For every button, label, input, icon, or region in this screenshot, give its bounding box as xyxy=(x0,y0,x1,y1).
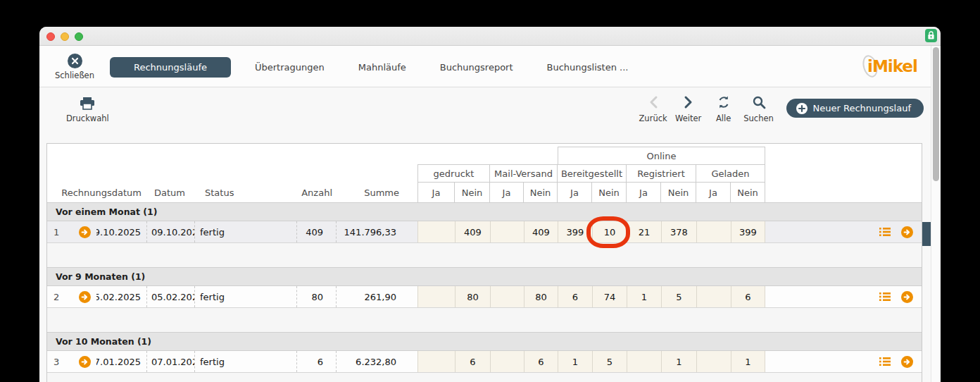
table-filler xyxy=(47,373,922,382)
cell-gedruckt-ja xyxy=(417,286,455,307)
cell-status: fertig xyxy=(195,351,297,372)
zurueck-label: Zurück xyxy=(636,113,671,123)
col-datum[interactable]: Datum xyxy=(147,183,195,202)
col-registriert-nein[interactable]: Nein xyxy=(661,183,696,202)
tab-buchungslisten[interactable]: Buchungslisten ... xyxy=(530,62,646,73)
go-icon[interactable] xyxy=(901,291,913,303)
col-mail-nein[interactable]: Nein xyxy=(524,183,558,202)
cell-gedruckt-nein: 80 xyxy=(455,286,490,307)
col-bereitgestellt-nein[interactable]: Nein xyxy=(592,183,627,202)
lock-icon xyxy=(925,29,937,42)
cell-anzahl: 80 xyxy=(297,286,337,307)
cell-rechnungsdatum: 09.10.2025 xyxy=(96,221,147,242)
cell-mail-nein: 6 xyxy=(524,351,558,372)
cell-summe: 141.796,33 xyxy=(337,221,417,242)
zoom-window-button[interactable] xyxy=(75,32,83,41)
table-row[interactable]: 3 07.01.2025 07.01.2025 fertig 6 6.232,8… xyxy=(47,351,922,373)
weiter-button[interactable]: Weiter xyxy=(671,94,706,123)
open-row-icon[interactable] xyxy=(73,221,96,242)
tab-buchungsreport[interactable]: Buchungsreport xyxy=(423,62,530,73)
group-header-vor-einem-monat: Vor einem Monat (1) xyxy=(47,202,922,221)
go-icon[interactable] xyxy=(901,356,913,368)
cell-datum: 05.02.2025 xyxy=(147,286,195,307)
cell-rechnungsdatum: 07.01.2025 xyxy=(96,351,147,372)
table-row[interactable]: 2 05.02.2025 05.02.2025 fertig 80 261,90… xyxy=(47,286,922,308)
search-icon xyxy=(741,94,777,111)
navigation-cluster: Zurück Weiter Alle Suchen xyxy=(636,94,924,123)
cell-anzahl: 409 xyxy=(297,221,337,242)
go-icon[interactable] xyxy=(901,226,913,238)
tab-uebertragungen[interactable]: Übertragungen xyxy=(238,62,341,73)
imikel-logo: iMikel xyxy=(863,55,918,79)
header-geladen: Geladen xyxy=(696,164,765,183)
header-gedruckt: gedruckt xyxy=(417,164,490,183)
suchen-label: Suchen xyxy=(741,113,777,123)
rechnungslaeufe-table: Online gedruckt Mail-Versand Bereitgeste… xyxy=(46,143,922,382)
col-mail-ja[interactable]: Ja xyxy=(490,183,524,202)
cell-gedruckt-nein: 6 xyxy=(455,351,490,372)
zurueck-button[interactable]: Zurück xyxy=(636,94,671,123)
cell-registriert-nein: 1 xyxy=(661,351,696,372)
group-header-vor-10-monaten: Vor 10 Monaten (1) xyxy=(47,332,922,351)
cell-mail-ja xyxy=(490,351,524,372)
cell-datum: 07.01.2025 xyxy=(147,351,195,372)
cell-registriert-nein: 378 xyxy=(661,221,696,242)
cell-bereitgestellt-nein: 5 xyxy=(592,351,627,372)
cell-gedruckt-ja xyxy=(417,221,455,242)
header-bereitgestellt: Bereitgestellt xyxy=(558,164,627,183)
suchen-button[interactable]: Suchen xyxy=(741,94,777,123)
logo-text: iMikel xyxy=(867,57,917,75)
col-status[interactable]: Status xyxy=(195,183,297,202)
open-row-icon[interactable] xyxy=(73,351,96,372)
col-anzahl[interactable]: Anzahl xyxy=(297,183,337,202)
druckwahl-button[interactable]: Druckwahl xyxy=(66,94,108,123)
section-gap xyxy=(47,243,922,267)
cell-registriert-ja xyxy=(627,351,661,372)
cell-status: fertig xyxy=(195,286,297,307)
cell-summe: 261,90 xyxy=(337,286,417,307)
cell-registriert-nein: 5 xyxy=(661,286,696,307)
open-row-icon[interactable] xyxy=(73,286,96,307)
close-icon xyxy=(68,54,82,68)
col-rechnungsdatum[interactable]: Rechnungsdatum xyxy=(96,183,147,202)
chevron-right-icon xyxy=(671,94,706,111)
col-gedruckt-ja[interactable]: Ja xyxy=(417,183,455,202)
col-geladen-nein[interactable]: Nein xyxy=(731,183,765,202)
cell-bereitgestellt-nein: 10 xyxy=(592,221,627,242)
selected-row-marker xyxy=(922,222,931,246)
list-icon[interactable] xyxy=(879,292,891,302)
plus-icon xyxy=(796,103,808,114)
app-window: Schließen Rechnungsläufe Übertragungen M… xyxy=(39,27,941,382)
row-actions xyxy=(765,351,922,372)
close-button[interactable]: Schließen xyxy=(49,54,100,80)
cell-bereitgestellt-ja: 6 xyxy=(558,286,592,307)
cell-gedruckt-ja xyxy=(417,351,455,372)
col-bereitgestellt-ja[interactable]: Ja xyxy=(558,183,592,202)
tab-rechnungslaeufe[interactable]: Rechnungsläufe xyxy=(110,57,231,78)
col-summe[interactable]: Summe xyxy=(337,183,417,202)
cell-geladen-ja xyxy=(696,351,731,372)
group-header-vor-9-monaten: Vor 9 Monaten (1) xyxy=(47,267,922,286)
list-icon[interactable] xyxy=(879,357,891,366)
table-row[interactable]: 1 09.10.2025 09.10.2025 fertig 409 141.7… xyxy=(47,221,922,243)
neuer-rechnungslauf-button[interactable]: Neuer Rechnungslauf xyxy=(786,99,924,118)
cell-registriert-ja: 1 xyxy=(627,286,661,307)
cell-bereitgestellt-ja: 1 xyxy=(558,351,592,372)
cell-status: fertig xyxy=(195,221,297,242)
cell-geladen-nein: 1 xyxy=(731,351,765,372)
alle-button[interactable]: Alle xyxy=(706,94,741,123)
cell-rechnungsdatum: 05.02.2025 xyxy=(96,286,147,307)
minimize-window-button[interactable] xyxy=(61,32,69,41)
close-window-button[interactable] xyxy=(46,32,55,41)
col-registriert-ja[interactable]: Ja xyxy=(627,183,661,202)
scrollbar-thumb[interactable] xyxy=(933,47,939,181)
vertical-scrollbar[interactable] xyxy=(931,46,941,382)
list-icon[interactable] xyxy=(879,227,891,237)
col-geladen-ja[interactable]: Ja xyxy=(696,183,731,202)
cell-mail-ja xyxy=(490,286,524,307)
tab-mahnlaeufe[interactable]: Mahnläufe xyxy=(341,62,423,73)
cell-geladen-nein: 399 xyxy=(731,221,765,242)
cell-geladen-nein: 6 xyxy=(731,286,765,307)
col-gedruckt-nein[interactable]: Nein xyxy=(455,183,490,202)
neuer-rechnungslauf-label: Neuer Rechnungslauf xyxy=(813,103,911,113)
